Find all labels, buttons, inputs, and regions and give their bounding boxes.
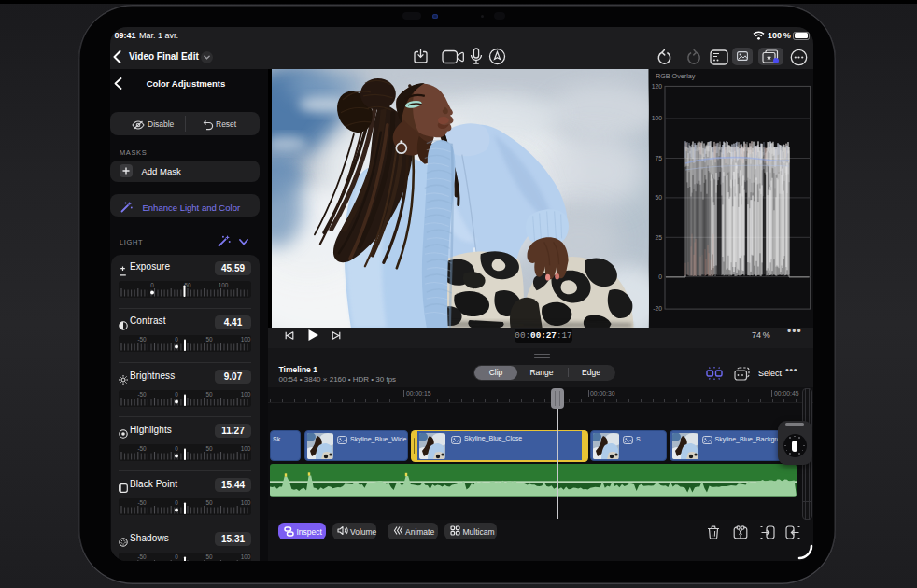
svg-text:-50: -50	[137, 390, 147, 397]
svg-text:0: 0	[175, 498, 178, 505]
svg-text:-50: -50	[137, 553, 147, 559]
svg-text:50: 50	[205, 498, 213, 505]
svg-text:100: 100	[241, 336, 251, 343]
svg-text:0: 0	[175, 336, 178, 343]
svg-text:0: 0	[658, 273, 662, 280]
svg-text:50: 50	[205, 336, 213, 343]
svg-text:50: 50	[205, 553, 213, 559]
svg-text:100: 100	[219, 282, 229, 288]
svg-text:0: 0	[175, 553, 178, 559]
svg-text:100: 100	[652, 115, 663, 121]
svg-text:100: 100	[241, 498, 251, 505]
svg-text:100: 100	[241, 390, 251, 397]
svg-text:25: 25	[655, 234, 662, 241]
svg-text:50: 50	[205, 390, 213, 397]
svg-text:RGB Overlay: RGB Overlay	[656, 72, 696, 80]
svg-text:100: 100	[241, 444, 251, 451]
svg-text:-50: -50	[137, 336, 147, 343]
svg-text:-20: -20	[653, 305, 662, 312]
svg-text:100: 100	[241, 553, 251, 559]
svg-text:-50: -50	[137, 444, 147, 451]
svg-text:50: 50	[655, 194, 662, 201]
svg-text:75: 75	[655, 155, 662, 161]
svg-text:50: 50	[184, 282, 191, 288]
svg-text:0: 0	[150, 282, 154, 288]
svg-text:0: 0	[175, 390, 178, 397]
svg-text:-50: -50	[137, 498, 147, 505]
svg-text:120: 120	[652, 83, 663, 90]
svg-text:0: 0	[175, 444, 178, 451]
svg-text:50: 50	[205, 444, 213, 451]
